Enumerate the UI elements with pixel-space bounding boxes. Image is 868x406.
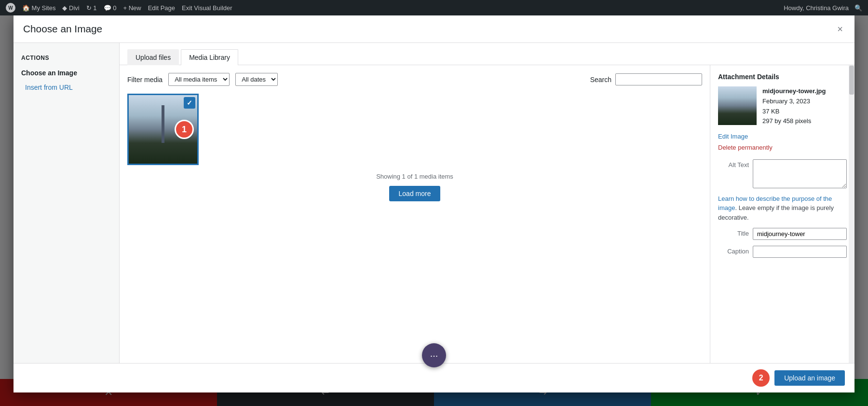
- title-input[interactable]: [753, 228, 847, 240]
- filter-bar: Filter media All media items All dates S…: [127, 73, 702, 86]
- divi-fab-button[interactable]: ···: [422, 343, 446, 367]
- alt-text-input[interactable]: [753, 159, 847, 188]
- attachment-info: midjourney-tower.jpg February 3, 2023 37…: [762, 86, 847, 126]
- alt-text-help: Learn how to describe the purpose of the…: [718, 194, 847, 223]
- tab-upload-files[interactable]: Upload files: [127, 49, 179, 65]
- media-showing-count: Showing 1 of 1 media items: [127, 173, 702, 180]
- search-area: Search: [590, 73, 702, 85]
- upload-button-wrapper: 2 Upload an image: [752, 369, 845, 387]
- comments-link[interactable]: 💬 0: [104, 4, 117, 12]
- my-sites-link[interactable]: 🏠 My Sites: [22, 4, 55, 12]
- attachment-panel: Attachment Details midjourney-tower.jpg …: [710, 65, 854, 363]
- caption-label: Caption: [718, 246, 749, 255]
- modal-close-button[interactable]: ×: [835, 22, 845, 36]
- exit-builder-link[interactable]: Exit Visual Builder: [182, 4, 232, 12]
- load-more-button[interactable]: Load more: [389, 186, 441, 201]
- user-greeting: Howdy, Christina Gwira: [784, 4, 849, 12]
- admin-bar: W 🏠 My Sites ◆ Divi ↻ 1 💬 0 + New Edit P…: [0, 0, 868, 15]
- delete-permanently-link[interactable]: Delete permanently: [718, 142, 847, 153]
- modal-title: Choose an Image: [23, 23, 102, 35]
- date-filter[interactable]: All dates: [235, 73, 278, 86]
- modal-body: Actions Choose an Image Insert from URL …: [14, 43, 854, 363]
- tabs-bar: Upload files Media Library: [120, 43, 854, 65]
- title-row: Title: [718, 228, 847, 240]
- attachment-panel-title: Attachment Details: [718, 73, 847, 81]
- upload-image-button[interactable]: Upload an image: [774, 370, 845, 386]
- search-label: Search: [590, 76, 611, 84]
- revision-link[interactable]: ↻ 1: [86, 4, 97, 12]
- step-2-badge: 2: [752, 369, 770, 387]
- new-link[interactable]: + New: [123, 4, 141, 12]
- media-grid: ✓ 1: [127, 94, 702, 165]
- attachment-size: 37 KB: [762, 107, 847, 117]
- attachment-date: February 3, 2023: [762, 97, 847, 107]
- title-label: Title: [718, 228, 749, 237]
- choose-image-modal: Choose an Image × Actions Choose an Imag…: [14, 15, 854, 392]
- media-item-checkmark: ✓: [184, 97, 195, 109]
- modal-header: Choose an Image ×: [14, 15, 854, 43]
- search-input[interactable]: [615, 73, 702, 85]
- alt-text-row: Alt Text: [718, 159, 847, 188]
- media-type-filter[interactable]: All media items: [168, 73, 230, 86]
- media-item[interactable]: ✓ 1: [127, 94, 199, 165]
- sidebar-actions-heading: Actions: [14, 51, 119, 65]
- filter-label: Filter media: [127, 76, 163, 84]
- attachment-dimensions: 297 by 458 pixels: [762, 116, 847, 126]
- divi-link[interactable]: ◆ Divi: [62, 4, 79, 12]
- search-icon[interactable]: 🔍: [854, 4, 862, 12]
- caption-input[interactable]: [753, 246, 847, 258]
- scrollbar-thumb: [849, 66, 854, 95]
- tab-media-library[interactable]: Media Library: [181, 49, 238, 65]
- attachment-thumbnail: [718, 86, 757, 125]
- edit-page-link[interactable]: Edit Page: [148, 4, 175, 12]
- modal-main: Upload files Media Library Filter media …: [120, 43, 854, 363]
- step-1-badge: 1: [175, 120, 194, 139]
- sidebar-item-insert-url[interactable]: Insert from URL: [14, 81, 119, 94]
- sidebar-item-choose-image[interactable]: Choose an Image: [14, 65, 119, 81]
- content-area: Filter media All media items All dates S…: [120, 65, 854, 363]
- attachment-actions: Edit Image Delete permanently: [718, 129, 847, 154]
- alt-text-label: Alt Text: [718, 159, 749, 168]
- attachment-filename: midjourney-tower.jpg: [762, 86, 847, 97]
- modal-footer: 2 Upload an image: [14, 363, 854, 392]
- edit-image-link[interactable]: Edit Image: [718, 131, 847, 142]
- wp-logo-icon[interactable]: W: [6, 3, 15, 13]
- media-area: Filter media All media items All dates S…: [120, 65, 710, 363]
- alt-text-help-rest: . Leave empty if the image is purely dec…: [718, 204, 834, 221]
- caption-row: Caption: [718, 246, 847, 258]
- scrollbar-track[interactable]: [849, 65, 854, 363]
- modal-sidebar: Actions Choose an Image Insert from URL: [14, 43, 120, 363]
